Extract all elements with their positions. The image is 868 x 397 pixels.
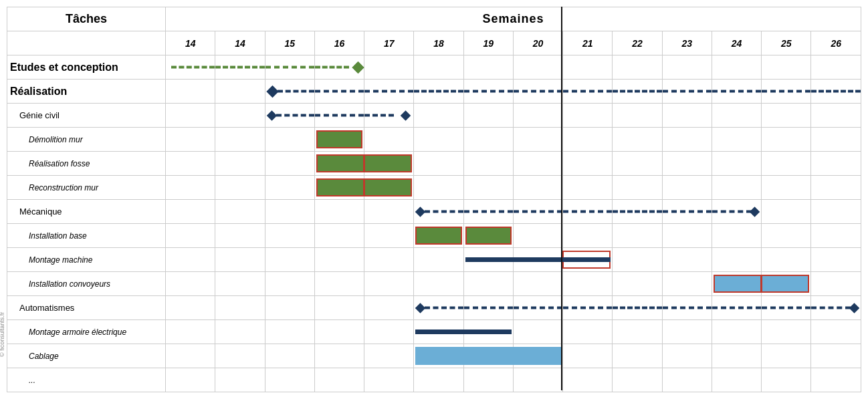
ca-w15 (265, 344, 314, 368)
ib-w24 (712, 224, 761, 248)
fosse-w26 (811, 152, 861, 176)
meca-w25 (762, 200, 811, 224)
ca-w17 (364, 344, 414, 368)
demo-w26 (811, 128, 861, 152)
task-genie: Génie civil (7, 104, 166, 128)
meca-w15 (265, 200, 314, 224)
ma-w26 (811, 320, 861, 344)
demo-w23 (662, 128, 712, 152)
real-w14a (166, 80, 215, 104)
ic-w19 (463, 272, 513, 296)
ic-w25 (762, 272, 811, 296)
mm-w15 (265, 248, 314, 272)
real-w20 (513, 80, 562, 104)
ib-w17 (364, 224, 414, 248)
ic-w24 (712, 272, 761, 296)
mm-w17 (364, 248, 414, 272)
etc-w16 (314, 368, 364, 392)
recon-w14a (166, 176, 215, 200)
demo-w17 (364, 128, 414, 152)
ma-w14a (166, 320, 215, 344)
meca-w14a (166, 200, 215, 224)
demo-w14b (215, 128, 265, 152)
task-recon: Reconstruction mur (7, 176, 166, 200)
demo-w16 (314, 128, 364, 152)
real-w25 (762, 80, 811, 104)
au-w19 (463, 296, 513, 320)
task-etudes: Etudes et conception (7, 55, 166, 80)
mm-w16 (314, 248, 364, 272)
row-auto: Automatismes (7, 296, 861, 320)
etudes-w19 (463, 55, 513, 80)
etudes-w26 (811, 55, 861, 80)
tasks-col-header (7, 31, 166, 55)
demo-w21 (563, 128, 613, 152)
task-auto: Automatismes (7, 296, 166, 320)
etc-w14b (215, 368, 265, 392)
fosse-w14b (215, 152, 265, 176)
task-meca: Mécanique (7, 200, 166, 224)
mm-w26 (811, 248, 861, 272)
fosse-w15 (265, 152, 314, 176)
mm-w25 (762, 248, 811, 272)
tasks-header: Tâches (7, 7, 166, 31)
recon-w15 (265, 176, 314, 200)
week-20: 20 (513, 31, 562, 55)
etc-w20 (513, 368, 562, 392)
task-montarm: Montage armoire électrique (7, 320, 166, 344)
etc-w22 (613, 368, 662, 392)
etc-w26 (811, 368, 861, 392)
gantt-table: Tâches Semaines 14 14 15 16 17 18 19 20 … (7, 7, 861, 392)
au-w20 (513, 296, 562, 320)
ca-w26 (811, 344, 861, 368)
recon-w22 (613, 176, 662, 200)
ic-w17 (364, 272, 414, 296)
ic-w14a (166, 272, 215, 296)
gc-w16 (314, 104, 364, 128)
ib-w23 (662, 224, 712, 248)
task-montmach: Montage machine (7, 248, 166, 272)
au-w16 (314, 296, 364, 320)
etudes-w20 (513, 55, 562, 80)
mm-w18 (414, 248, 463, 272)
fosse-w24 (712, 152, 761, 176)
task-instbase: Installation base (7, 224, 166, 248)
ca-w22 (613, 344, 662, 368)
gc-w24 (712, 104, 761, 128)
gc-w14b (215, 104, 265, 128)
meca-w16 (314, 200, 364, 224)
meca-w14b (215, 200, 265, 224)
fosse-w25 (762, 152, 811, 176)
ib-w25 (762, 224, 811, 248)
week-16: 16 (314, 31, 364, 55)
week-19: 19 (463, 31, 513, 55)
au-w15 (265, 296, 314, 320)
ma-w14b (215, 320, 265, 344)
gc-w19 (463, 104, 513, 128)
etudes-w14b (215, 55, 265, 80)
meca-w26 (811, 200, 861, 224)
row-recon: Reconstruction mur (7, 176, 861, 200)
ib-w20 (513, 224, 562, 248)
watermark: © ficonsultants.fr (0, 312, 5, 357)
au-w26 (811, 296, 861, 320)
real-w19 (463, 80, 513, 104)
ib-w22 (613, 224, 662, 248)
ca-w25 (762, 344, 811, 368)
recon-w25 (762, 176, 811, 200)
recon-w14b (215, 176, 265, 200)
meca-w24 (712, 200, 761, 224)
ib-w21 (563, 224, 613, 248)
recon-w21 (563, 176, 613, 200)
real-w26 (811, 80, 861, 104)
au-w22 (613, 296, 662, 320)
gc-w21 (563, 104, 613, 128)
gc-w22 (613, 104, 662, 128)
week-21: 21 (563, 31, 613, 55)
row-cable: Cablage (7, 344, 861, 368)
real-w21 (563, 80, 613, 104)
week-18: 18 (414, 31, 463, 55)
demo-w18 (414, 128, 463, 152)
etudes-w22 (613, 55, 662, 80)
etc-w18 (414, 368, 463, 392)
